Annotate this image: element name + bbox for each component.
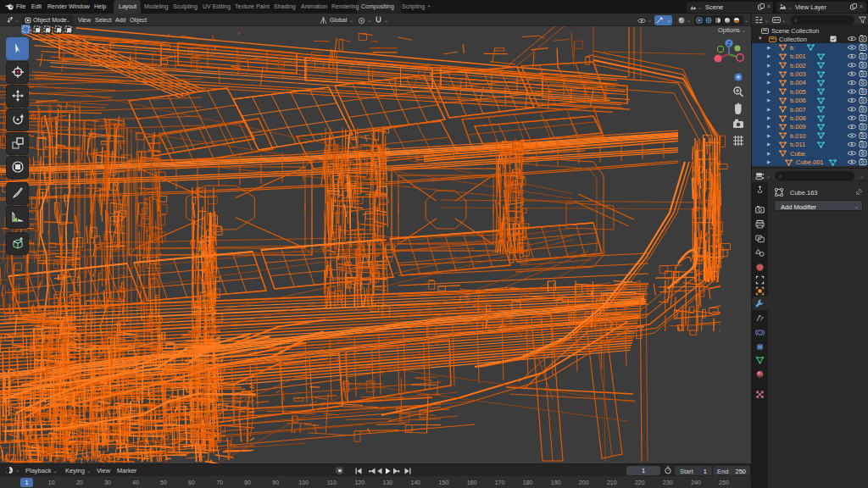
svg-text:Z: Z [727,41,732,47]
